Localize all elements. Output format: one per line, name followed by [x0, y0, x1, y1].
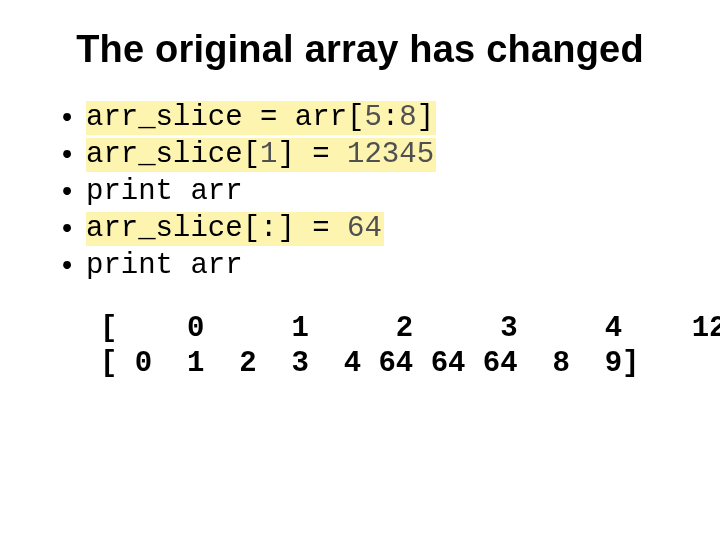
- slide-title: The original array has changed: [56, 28, 664, 71]
- code-bullet-list: arr_slice = arr[5:8] arr_slice[1] = 1234…: [56, 99, 664, 285]
- code-line-3: print arr: [56, 173, 664, 210]
- output-line-1: [ 0 1 2 3 4 12 12345 12 8 9]: [100, 312, 720, 345]
- code-line-4: arr_slice[:] = 64: [56, 210, 664, 247]
- output-block: [ 0 1 2 3 4 12 12345 12 8 9] [ 0 1 2 3 4…: [100, 311, 664, 382]
- code-line-5: print arr: [56, 247, 664, 284]
- output-line-2: [ 0 1 2 3 4 64 64 64 8 9]: [100, 347, 640, 380]
- code-line-2: arr_slice[1] = 12345: [56, 136, 664, 173]
- code-line-1: arr_slice = arr[5:8]: [56, 99, 664, 136]
